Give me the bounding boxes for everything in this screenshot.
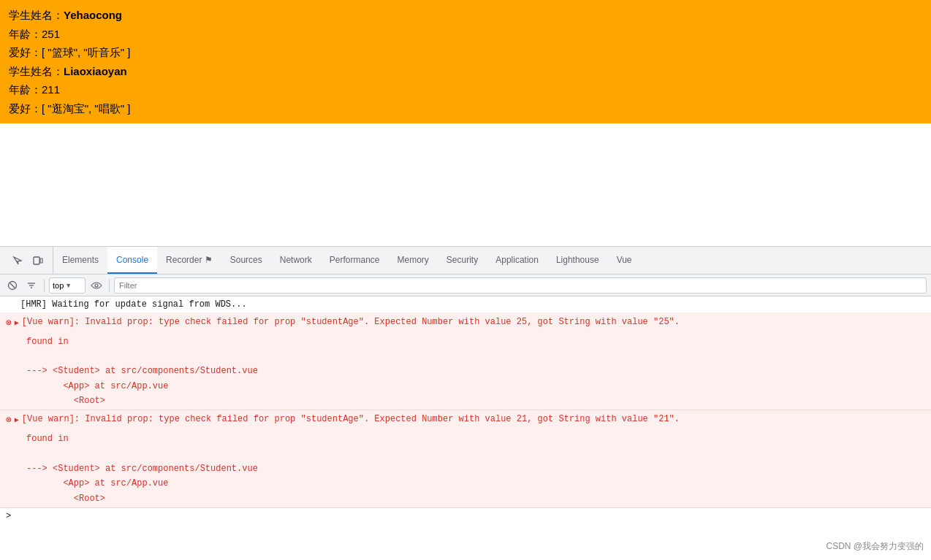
filter-toggle-button[interactable]	[23, 277, 39, 294]
error-text-2: [Vue warn]: Invalid prop: type check fai…	[22, 413, 680, 426]
student2-age-value: 211	[42, 83, 60, 96]
console-output: [HMR] Waiting for update signal from WDS…	[0, 296, 931, 560]
tab-memory[interactable]: Memory	[389, 247, 438, 274]
filter-input[interactable]	[114, 277, 927, 294]
student2-name: 学生姓名：Liaoxiaoyan	[9, 62, 922, 81]
tab-performance[interactable]: Performance	[321, 247, 389, 274]
expand-icon-1[interactable]: ▶	[15, 318, 19, 329]
context-select[interactable]: top ▼	[49, 277, 86, 294]
expand-icon-2[interactable]: ▶	[15, 415, 19, 426]
tab-elements[interactable]: Elements	[53, 247, 107, 274]
tab-sources[interactable]: Sources	[221, 247, 271, 274]
inspect-icon[interactable]	[9, 252, 26, 269]
error-line-1: ⊗ ▶ [Vue warn]: Invalid prop: type check…	[0, 313, 931, 333]
prompt-caret-icon: >	[6, 511, 11, 521]
error-line-2: ⊗ ▶ [Vue warn]: Invalid prop: type check…	[0, 410, 931, 430]
tab-lighthouse[interactable]: Lighthouse	[547, 247, 608, 274]
student1-age: 年龄：251	[9, 25, 922, 44]
svg-line-3	[10, 283, 15, 288]
tab-console[interactable]: Console	[107, 247, 157, 274]
student1-name: 学生姓名：Yehaocong	[9, 6, 922, 25]
svg-rect-1	[40, 258, 42, 263]
student2-name-label: 学生姓名：	[9, 65, 64, 77]
student1-name-label: 学生姓名：	[9, 9, 64, 21]
svg-rect-0	[34, 257, 39, 264]
error-text-1: [Vue warn]: Invalid prop: type check fai…	[22, 315, 680, 329]
console-prompt: >	[0, 508, 931, 524]
student1-hobby-label: 爱好：	[9, 46, 42, 58]
device-toolbar-icon[interactable]	[29, 252, 47, 269]
tab-vue[interactable]: Vue	[608, 247, 641, 274]
student1-age-value: 251	[42, 28, 60, 40]
main-content: 学生姓名：Yehaocong 年龄：251 爱好：[ "篮球", "听音乐" ]…	[0, 0, 931, 123]
error-block-1: ⊗ ▶ [Vue warn]: Invalid prop: type check…	[0, 313, 931, 410]
student1-hobby-value: [ "篮球", "听音乐" ]	[42, 46, 130, 58]
tab-icon-group	[3, 247, 53, 274]
error-block-2: ⊗ ▶ [Vue warn]: Invalid prop: type check…	[0, 410, 931, 507]
svg-point-7	[95, 284, 98, 287]
error-icon-1: ⊗	[6, 316, 12, 331]
error-icon-2: ⊗	[6, 413, 12, 428]
clear-console-button[interactable]	[4, 277, 20, 294]
student2-age: 年龄：211	[9, 80, 922, 99]
hmr-message: [HMR] Waiting for update signal from WDS…	[0, 296, 931, 313]
student2-name-value: Liaoxiaoyan	[64, 65, 127, 77]
tab-network[interactable]: Network	[271, 247, 321, 274]
csdn-watermark: CSDN @我会努力变强的	[826, 540, 924, 553]
devtools-panel: Elements Console Recorder ⚑ Sources Netw…	[0, 246, 931, 560]
error-detail-2: found in ---> <Student> at src/component…	[0, 430, 931, 507]
tab-list: Elements Console Recorder ⚑ Sources Netw…	[53, 247, 641, 274]
student1-hobby: 爱好：[ "篮球", "听音乐" ]	[9, 43, 922, 62]
student1-age-label: 年龄：	[9, 28, 42, 40]
student2-age-label: 年龄：	[9, 83, 42, 96]
student2-hobby-value: [ "逛淘宝", "唱歌" ]	[42, 102, 130, 115]
student2-hobby-label: 爱好：	[9, 102, 42, 115]
student2-hobby: 爱好：[ "逛淘宝", "唱歌" ]	[9, 99, 922, 118]
student1-name-value: Yehaocong	[64, 9, 122, 21]
tab-security[interactable]: Security	[438, 247, 487, 274]
console-toolbar: top ▼	[0, 275, 931, 296]
error-detail-1: found in ---> <Student> at src/component…	[0, 333, 931, 410]
tab-recorder[interactable]: Recorder ⚑	[157, 247, 221, 274]
tab-bar: Elements Console Recorder ⚑ Sources Netw…	[0, 247, 931, 275]
tab-application[interactable]: Application	[487, 247, 547, 274]
eye-icon[interactable]	[88, 277, 104, 294]
context-select-arrow: ▼	[65, 282, 72, 289]
